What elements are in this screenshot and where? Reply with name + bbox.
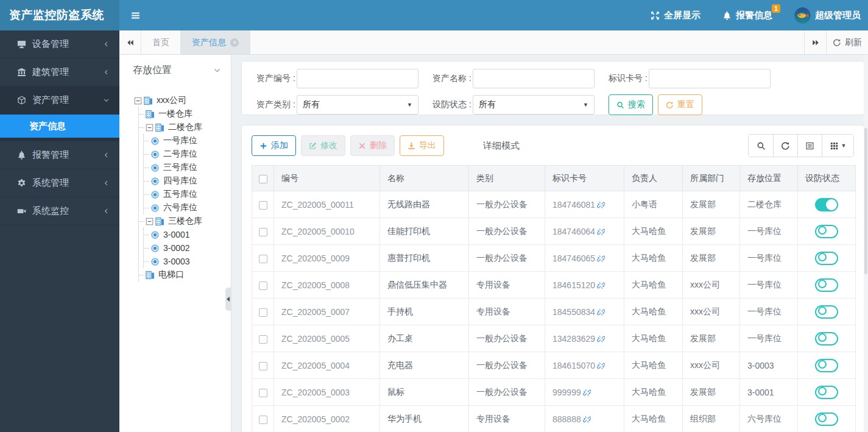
building-icon [155,217,164,226]
cell-location: 3-0003 [740,352,798,379]
cell-name: 办工桌 [380,325,469,352]
tree-node[interactable]: 四号库位 [144,174,230,188]
edit-button[interactable]: 修改 [301,135,345,156]
tree-node[interactable]: 二号库位 [144,147,230,161]
cell-card: 184746064 [545,218,624,245]
field-label: 资产编号 : [256,73,297,84]
sidebar-item[interactable]: 系统监控 [0,197,119,225]
tab-首页[interactable]: 首页 [141,30,181,54]
tree-node[interactable]: 五号库位 [144,188,230,201]
row-checkbox[interactable] [259,416,267,424]
tree-node[interactable]: xxx公司 [134,94,230,107]
arm-toggle[interactable] [815,252,838,265]
unlink-icon[interactable] [597,228,605,236]
tree-expander-icon[interactable] [146,124,153,132]
arm-toggle[interactable] [815,225,838,238]
add-button[interactable]: 添加 [252,135,296,156]
tree-node[interactable]: 3-0001 [144,228,230,241]
arm-toggle[interactable] [815,305,838,319]
asset-name-input[interactable] [473,69,595,88]
scrollbar-thumb[interactable] [864,128,867,274]
tree-node[interactable]: 3-0003 [144,255,230,268]
tree-node-label: 电梯口 [158,269,184,280]
cell-location: 一号库位 [740,325,798,352]
tree-node[interactable]: 三号库位 [144,161,230,174]
tree-collapse-handle[interactable] [225,288,231,311]
export-button[interactable]: 导出 [400,135,444,156]
tree-node[interactable]: 二楼仓库 [139,121,230,134]
cell-code: ZC_202005_0007 [274,299,380,325]
detail-mode-toggle[interactable]: 详细模式 [483,140,520,152]
search-button[interactable]: 搜索 [609,94,653,115]
tree-node[interactable]: 电梯口 [139,268,230,282]
unlink-icon[interactable] [583,389,591,397]
page-scrollbar[interactable] [864,55,868,432]
unlink-icon[interactable] [597,255,605,263]
cell-owner: 大马哈鱼 [624,299,683,325]
arm-toggle[interactable] [815,278,838,292]
tree-node[interactable]: 3-0002 [144,241,230,255]
table-row: ZC_202005_0007 手持机 专用设备 184550834 大马哈鱼 x… [252,299,856,325]
row-checkbox[interactable] [259,282,267,290]
tree-expander-icon[interactable] [134,97,142,105]
cell-category: 一般办公设备 [469,245,545,272]
sidebar-item-label: 设备管理 [32,38,69,50]
row-checkbox[interactable] [259,389,267,397]
arm-toggle[interactable] [815,332,838,345]
tabs-scroll-right-button[interactable] [804,30,826,54]
row-checkbox[interactable] [259,201,267,210]
table-refresh-button[interactable] [773,135,797,157]
arm-status-select[interactable]: 所有▼ [473,95,595,115]
unlink-icon[interactable] [597,362,605,370]
tab-资产信息[interactable]: 资产信息 [181,30,250,54]
tabs-scroll-left-button[interactable] [119,30,141,54]
table-search-button[interactable] [749,135,773,157]
arm-toggle[interactable] [815,359,838,372]
asset-category-select[interactable]: 所有▼ [297,95,418,115]
arm-toggle[interactable] [815,198,838,211]
cell-owner: 大马哈鱼 [624,325,683,352]
row-checkbox[interactable] [259,308,267,317]
alarm-button[interactable]: 报警信息 1 [722,10,772,21]
card-number-input[interactable] [649,69,771,88]
row-checkbox[interactable] [259,228,267,236]
unlink-icon[interactable] [597,335,605,343]
tree-node[interactable]: 一号库位 [144,134,230,147]
sidebar-item[interactable]: 建筑管理 [0,58,119,87]
sidebar-item[interactable]: 报警管理 [0,141,119,169]
unlink-icon[interactable] [597,282,605,289]
select-all-checkbox[interactable] [259,175,267,183]
arm-toggle[interactable] [815,386,838,399]
chevron-down-icon[interactable] [213,66,221,74]
tree-node[interactable]: 一楼仓库 [139,107,230,121]
building-icon [144,96,153,105]
hamburger-menu-icon[interactable] [130,10,141,21]
row-checkbox[interactable] [259,255,267,263]
delete-button[interactable]: 删除 [350,135,395,156]
sidebar-item[interactable]: 设备管理 [0,30,119,58]
unlink-icon[interactable] [597,308,605,316]
asset-code-input[interactable] [297,69,418,88]
fullscreen-button[interactable]: 全屏显示 [651,10,700,21]
columns-button[interactable]: ▼ [822,135,853,157]
tree-panel-title: 存放位置 [133,64,172,77]
tab-refresh-button[interactable]: 刷新 [826,30,868,54]
row-checkbox[interactable] [259,335,267,344]
arm-toggle[interactable] [815,413,838,426]
tab-close-icon[interactable] [230,38,239,47]
unlink-icon[interactable] [597,201,605,209]
table-row: ZC_202005_0002 华为手机 专用设备 888888 大马哈鱼 组织部… [252,406,856,432]
user-menu[interactable]: 超级管理员 [794,7,861,24]
row-checkbox[interactable] [259,362,267,370]
sidebar-item[interactable]: 资产管理 [0,87,119,115]
detail-view-button[interactable] [797,135,822,157]
asset-table: 编号名称类别标识卡号负责人所属部门存放位置设防状态 ZC_202005_0001… [252,165,856,432]
unlink-icon[interactable] [583,416,591,423]
tree-node[interactable]: 三楼仓库 [139,214,230,228]
sidebar-subitem[interactable]: 资产信息 [0,115,119,138]
tree-node[interactable]: 六号库位 [144,201,230,214]
reset-button[interactable]: 重置 [658,94,702,115]
tree-expander-icon[interactable] [146,218,153,225]
cell-name: 手持机 [380,299,469,325]
sidebar-item[interactable]: 系统管理 [0,169,119,197]
